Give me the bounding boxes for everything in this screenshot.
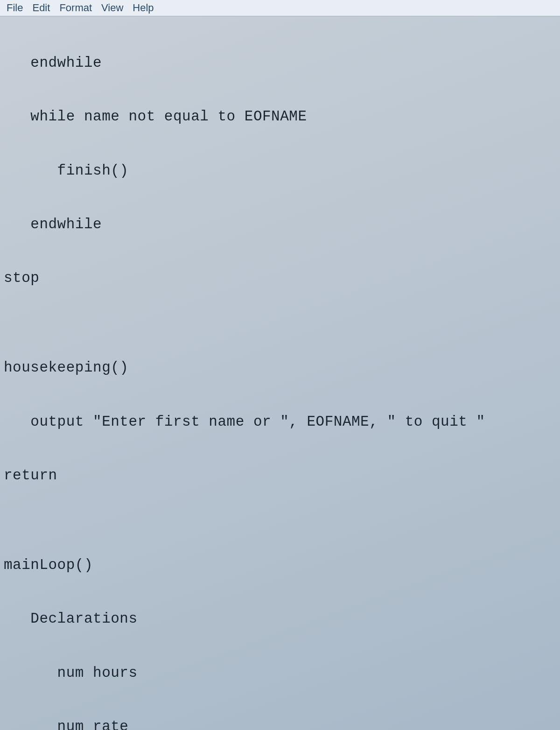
- menubar: File Edit Format View Help: [0, 0, 560, 16]
- code-line: endwhile: [4, 54, 556, 72]
- code-line: stop: [4, 269, 556, 287]
- code-line: mainLoop(): [4, 556, 556, 574]
- code-line: output "Enter first name or ", EOFNAME, …: [4, 413, 556, 431]
- text-editor-content[interactable]: endwhile while name not equal to EOFNAME…: [0, 16, 560, 730]
- menu-file[interactable]: File: [2, 1, 28, 15]
- menu-view[interactable]: View: [97, 1, 128, 15]
- menu-edit[interactable]: Edit: [28, 1, 55, 15]
- code-line: Declarations: [4, 610, 556, 628]
- menu-format[interactable]: Format: [55, 1, 97, 15]
- code-line: endwhile: [4, 216, 556, 233]
- code-line: finish(): [4, 162, 556, 180]
- code-line: while name not equal to EOFNAME: [4, 108, 556, 126]
- menu-help[interactable]: Help: [128, 1, 158, 15]
- code-line: return: [4, 467, 556, 484]
- code-line: housekeeping(): [4, 359, 556, 377]
- code-line: num hours: [4, 664, 556, 682]
- code-line: num rate: [4, 718, 556, 730]
